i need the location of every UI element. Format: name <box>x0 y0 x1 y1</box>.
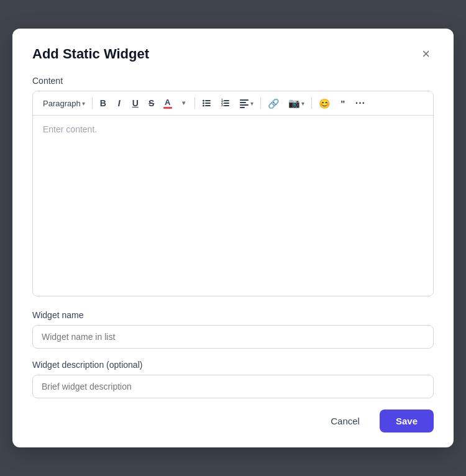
align-icon <box>239 98 249 108</box>
svg-rect-11 <box>224 105 229 106</box>
underline-button[interactable]: U <box>128 96 143 110</box>
widget-description-input[interactable] <box>32 375 434 398</box>
svg-rect-13 <box>240 102 246 103</box>
svg-rect-15 <box>240 107 245 108</box>
cancel-button[interactable]: Cancel <box>318 410 372 433</box>
text-color-button[interactable]: A <box>160 96 175 111</box>
svg-rect-7 <box>224 100 229 101</box>
color-bar <box>163 107 172 109</box>
svg-rect-3 <box>205 103 211 104</box>
bullet-list-icon <box>202 98 212 108</box>
italic-button[interactable]: I <box>112 96 127 110</box>
paragraph-chevron: ▾ <box>82 100 85 107</box>
ordered-list-button[interactable]: 1. 2. 3. <box>217 96 234 111</box>
save-button[interactable]: Save <box>380 410 434 433</box>
modal-overlay: Add Static Widget × Content Paragraph ▾ … <box>0 0 466 476</box>
editor-container: Paragraph ▾ B I U S A ▾ <box>32 91 434 296</box>
svg-text:3.: 3. <box>221 103 224 107</box>
content-label: Content <box>32 76 434 86</box>
paragraph-select[interactable]: Paragraph ▾ <box>39 96 89 111</box>
more-button[interactable]: ··· <box>352 96 369 111</box>
widget-name-input[interactable] <box>32 325 434 349</box>
toolbar: Paragraph ▾ B I U S A ▾ <box>33 91 433 116</box>
svg-point-0 <box>203 100 204 102</box>
strikethrough-button[interactable]: S <box>144 96 159 110</box>
svg-rect-12 <box>240 99 249 101</box>
svg-rect-9 <box>224 103 229 104</box>
svg-rect-5 <box>205 105 211 106</box>
svg-rect-14 <box>240 104 249 106</box>
toolbar-divider-2 <box>194 98 195 109</box>
widget-name-label: Widget name <box>32 310 434 320</box>
quote-button[interactable]: " <box>336 96 350 111</box>
align-chevron: ▾ <box>250 100 254 107</box>
ordered-list-icon: 1. 2. 3. <box>221 98 231 108</box>
widget-description-label: Widget description (optional) <box>32 360 434 370</box>
content-placeholder: Enter content. <box>43 124 97 134</box>
modal-footer: Cancel Save <box>32 410 434 433</box>
svg-point-4 <box>203 105 204 107</box>
widget-description-group: Widget description (optional) <box>32 360 434 398</box>
paragraph-label: Paragraph <box>43 99 81 108</box>
image-chevron: ▾ <box>301 100 304 107</box>
modal-header: Add Static Widget × <box>32 46 434 62</box>
modal-title: Add Static Widget <box>32 46 149 62</box>
color-chevron-button[interactable]: ▾ <box>176 98 191 109</box>
bullet-list-button[interactable] <box>198 96 216 111</box>
modal-dialog: Add Static Widget × Content Paragraph ▾ … <box>12 29 454 447</box>
svg-rect-1 <box>205 100 211 101</box>
content-editor[interactable]: Enter content. <box>33 116 433 296</box>
toolbar-divider-1 <box>92 98 93 109</box>
bold-button[interactable]: B <box>96 96 111 110</box>
emoji-button[interactable]: 😊 <box>315 96 334 111</box>
toolbar-divider-4 <box>311 98 312 109</box>
close-button[interactable]: × <box>418 46 434 62</box>
svg-point-2 <box>203 103 204 104</box>
image-button[interactable]: 📷 ▾ <box>285 95 308 111</box>
widget-name-group: Widget name <box>32 310 434 349</box>
align-button[interactable]: ▾ <box>235 96 257 111</box>
image-icon: 📷 <box>288 98 300 109</box>
link-button[interactable]: 🔗 <box>264 96 283 111</box>
toolbar-divider-3 <box>260 98 261 109</box>
color-letter: A <box>165 98 170 106</box>
